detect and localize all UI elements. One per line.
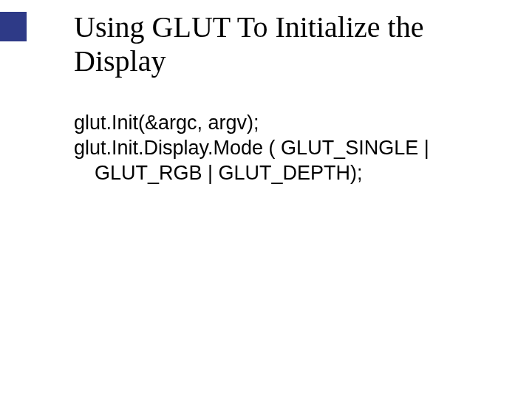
slide-title: Using GLUT To Initialize the Display (74, 10, 488, 78)
code-line-2: glut.Init.Display.Mode ( GLUT_SINGLE | (74, 136, 488, 161)
code-line-1: glut.Init(&argc, argv); (74, 111, 488, 136)
accent-bar (0, 12, 27, 41)
slide-body: glut.Init(&argc, argv); glut.Init.Displa… (74, 111, 488, 185)
code-line-3: GLUT_RGB | GLUT_DEPTH); (74, 161, 488, 186)
slide: Using GLUT To Initialize the Display glu… (0, 0, 532, 399)
